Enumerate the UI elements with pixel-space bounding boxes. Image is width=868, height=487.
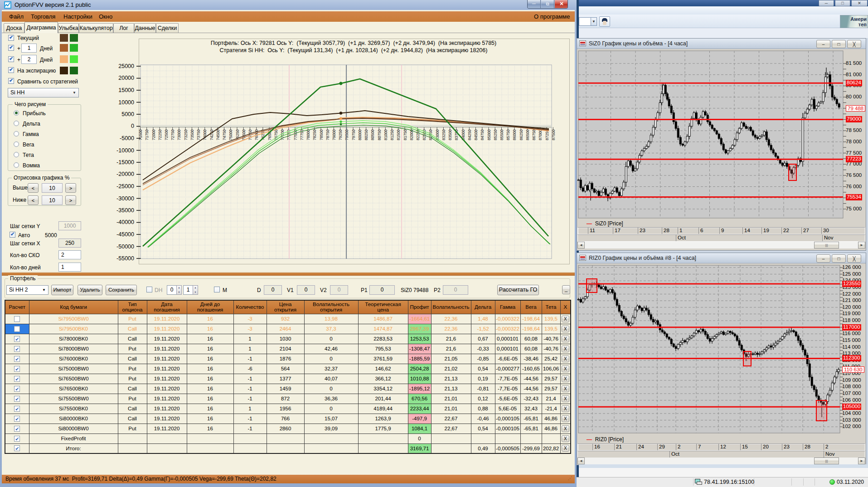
svg-text:73000: 73000 <box>177 129 181 140</box>
svg-text:87500: 87500 <box>551 129 556 140</box>
svg-text:73250: 73250 <box>184 129 188 140</box>
svg-text:83250: 83250 <box>441 129 446 140</box>
svg-text:81750: 81750 <box>403 129 407 140</box>
svg-text:72750: 72750 <box>170 129 175 140</box>
svg-text:80000: 80000 <box>358 129 362 140</box>
svg-text:78500: 78500 <box>319 129 324 140</box>
svg-text:77000: 77000 <box>280 129 285 140</box>
svg-text:81000: 81000 <box>383 129 388 140</box>
svg-text:84500: 84500 <box>474 129 478 140</box>
svg-text:85000: 85000 <box>487 129 491 140</box>
svg-text:15000: 15000 <box>118 87 134 93</box>
svg-text:87000: 87000 <box>538 129 543 140</box>
svg-text:10000: 10000 <box>118 99 134 106</box>
svg-text:-45000: -45000 <box>116 231 134 238</box>
svg-text:-55000: -55000 <box>116 255 134 262</box>
svg-text:73750: 73750 <box>196 129 201 140</box>
svg-text:78250: 78250 <box>312 129 317 140</box>
svg-text:74750: 74750 <box>222 129 227 140</box>
svg-text:86750: 86750 <box>532 129 536 140</box>
svg-text:0: 0 <box>131 123 134 129</box>
svg-text:71750: 71750 <box>145 129 149 140</box>
svg-text:75500: 75500 <box>242 129 246 140</box>
svg-text:80750: 80750 <box>377 129 382 140</box>
svg-text:-20000: -20000 <box>116 171 134 177</box>
svg-text:85750: 85750 <box>506 129 510 140</box>
svg-text:72500: 72500 <box>164 129 169 140</box>
svg-text:-5000: -5000 <box>120 135 134 141</box>
svg-text:86250: 86250 <box>519 129 524 140</box>
svg-text:72000: 72000 <box>151 129 156 140</box>
svg-text:5000: 5000 <box>121 111 134 117</box>
svg-text:84000: 84000 <box>461 129 466 140</box>
svg-text:-15000: -15000 <box>116 159 134 166</box>
svg-text:75000: 75000 <box>228 129 233 140</box>
svg-text:84750: 84750 <box>480 129 485 140</box>
svg-text:81250: 81250 <box>390 129 394 140</box>
svg-text:-10000: -10000 <box>116 147 134 154</box>
svg-text:80250: 80250 <box>364 129 369 140</box>
svg-text:25000: 25000 <box>118 63 134 69</box>
svg-text:72250: 72250 <box>158 129 162 140</box>
svg-text:83500: 83500 <box>448 129 452 140</box>
svg-text:71500: 71500 <box>138 129 143 140</box>
svg-text:79500: 79500 <box>344 129 349 140</box>
svg-text:86000: 86000 <box>512 129 517 140</box>
svg-text:73500: 73500 <box>190 129 194 140</box>
svg-text:86500: 86500 <box>525 129 530 140</box>
svg-text:85500: 85500 <box>499 129 504 140</box>
svg-text:78000: 78000 <box>306 129 310 140</box>
svg-text:81500: 81500 <box>396 129 401 140</box>
svg-text:-50000: -50000 <box>116 244 134 250</box>
svg-text:79000: 79000 <box>332 129 336 140</box>
svg-text:74500: 74500 <box>216 129 220 140</box>
svg-text:74250: 74250 <box>209 129 214 140</box>
svg-text:85250: 85250 <box>493 129 498 140</box>
svg-text:-30000: -30000 <box>116 195 134 202</box>
svg-text:79250: 79250 <box>338 129 343 140</box>
svg-text:78750: 78750 <box>325 129 330 140</box>
svg-text:-35000: -35000 <box>116 207 134 214</box>
svg-text:20000: 20000 <box>118 75 134 81</box>
svg-text:-40000: -40000 <box>116 219 134 225</box>
svg-text:80500: 80500 <box>370 129 375 140</box>
svg-text:-25000: -25000 <box>116 183 134 190</box>
svg-text:84250: 84250 <box>467 129 472 140</box>
svg-text:79750: 79750 <box>351 129 356 140</box>
